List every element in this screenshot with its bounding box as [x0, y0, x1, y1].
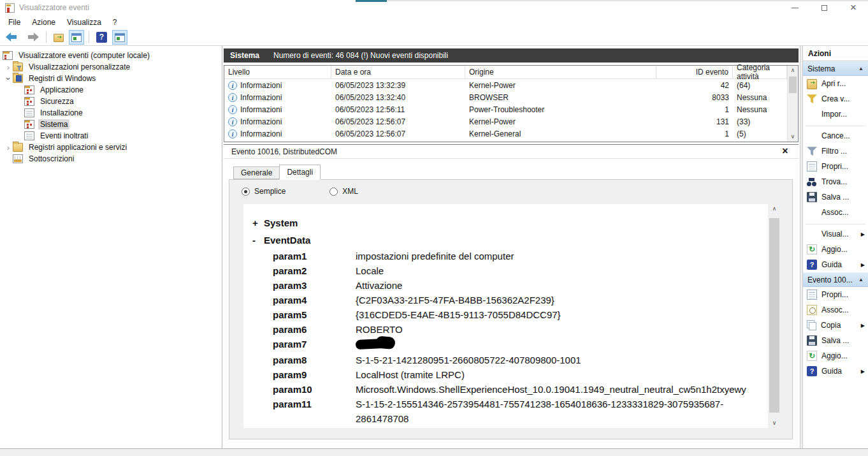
expander-expanded-icon[interactable]: [4, 74, 13, 84]
scroll-down-icon[interactable]: [768, 418, 781, 428]
restore-button[interactable]: [809, 0, 839, 15]
action-attach-task[interactable]: Assoc...: [803, 205, 868, 220]
console-tree-toggle-button[interactable]: [69, 30, 84, 45]
action-find[interactable]: Trova...: [803, 174, 868, 189]
plain-log-icon: [24, 108, 34, 117]
scrollbar-thumb[interactable]: [769, 218, 779, 413]
tree-item-security[interactable]: Sicurezza: [0, 96, 222, 107]
minimize-icon: [792, 8, 799, 8]
action-refresh[interactable]: Aggio...: [803, 242, 868, 257]
action-import-custom-view[interactable]: Impor...: [803, 107, 868, 122]
action-properties[interactable]: Propri...: [803, 159, 868, 174]
action-clear-log[interactable]: Cance...: [803, 128, 868, 143]
toolbar-separator: [89, 31, 89, 43]
event-log-icon: [24, 97, 34, 106]
actions-group-event[interactable]: Evento 100...: [803, 272, 868, 287]
scroll-up-icon[interactable]: [768, 204, 781, 214]
properties-icon: [807, 290, 817, 300]
action-event-save[interactable]: Salva ...: [803, 333, 868, 348]
action-open-saved-log[interactable]: Apri r...: [803, 76, 868, 91]
param-row-redacted: param7: [252, 337, 763, 353]
open-saved-log-button[interactable]: [51, 30, 66, 45]
param-row: param5 {316CDED5-E4AE-4B15-9113-7055D84D…: [252, 307, 763, 322]
menu-file[interactable]: File: [3, 17, 26, 28]
action-view[interactable]: Visual...: [803, 226, 868, 242]
minimize-button[interactable]: [780, 0, 809, 15]
event-row[interactable]: Informazioni 06/05/2023 13:32:40 BROWSER…: [224, 91, 798, 103]
column-header-datetime[interactable]: Data e ora: [331, 66, 465, 78]
menu-action[interactable]: Azione: [26, 17, 61, 28]
event-row[interactable]: Informazioni 06/05/2023 12:56:07 Kernel-…: [224, 115, 798, 128]
actions-pane: Azioni Sistema Apri r... Crea v... Impor…: [802, 46, 868, 448]
column-header-category[interactable]: Categoria attività: [733, 66, 787, 78]
action-pane-toggle-button[interactable]: [112, 30, 127, 45]
restore-icon: [821, 5, 827, 11]
help-button[interactable]: [94, 29, 110, 45]
information-icon: [228, 117, 237, 126]
action-create-custom-view[interactable]: Crea v...: [803, 91, 868, 107]
tree-item-root[interactable]: Visualizzatore eventi (computer locale): [0, 50, 222, 61]
node-system[interactable]: + System: [252, 214, 763, 232]
title-bar: Visualizzatore eventi: [0, 0, 868, 15]
back-arrow-icon: [6, 33, 18, 41]
tree-item-custom-views[interactable]: Visualizzazioni personalizzate: [0, 61, 222, 73]
action-event-refresh[interactable]: Aggio...: [803, 348, 868, 364]
submenu-arrow-icon: [861, 232, 868, 237]
action-save-all-events[interactable]: Salva ...: [803, 189, 868, 205]
action-event-attach-task[interactable]: Assoc...: [803, 302, 868, 318]
column-header-event-id[interactable]: ID evento: [656, 66, 733, 78]
help-icon: [807, 366, 817, 376]
top-gray-line: [387, 0, 868, 1]
event-list-scrollbar[interactable]: [787, 66, 798, 142]
window-controls: [780, 0, 868, 15]
event-row[interactable]: Informazioni 06/05/2023 12:56:11 Power-T…: [224, 103, 798, 115]
action-event-properties[interactable]: Propri...: [803, 287, 868, 302]
information-icon: [228, 129, 237, 138]
event-data-scrollbar[interactable]: [768, 204, 781, 428]
folder-icon: [13, 143, 23, 152]
collapse-icon[interactable]: [858, 66, 864, 71]
event-row[interactable]: Informazioni 06/05/2023 13:32:39 Kernel-…: [224, 79, 798, 91]
action-pane-icon: [115, 33, 125, 42]
information-icon: [228, 81, 237, 90]
close-button[interactable]: [839, 0, 868, 15]
action-help[interactable]: Guida: [803, 257, 868, 272]
scrollbar-thumb[interactable]: [789, 77, 797, 93]
forward-button[interactable]: [24, 30, 41, 44]
back-button[interactable]: [3, 30, 21, 44]
center-pane: Sistema Numero di eventi: 46 084 (!) Nuo…: [222, 46, 800, 448]
tree-item-subscriptions[interactable]: Sottoscrizioni: [0, 153, 222, 165]
submenu-arrow-icon: [861, 369, 868, 374]
task-clock-icon: [807, 305, 817, 315]
column-header-source[interactable]: Origine: [465, 66, 656, 78]
tree-item-setup[interactable]: Installazione: [0, 107, 222, 119]
tab-details[interactable]: Dettagli: [279, 165, 321, 180]
collapse-icon[interactable]: [858, 277, 864, 283]
close-event-detail-button[interactable]: [779, 145, 791, 157]
close-icon: [850, 1, 857, 14]
radio-xml-view[interactable]: XML: [329, 187, 358, 196]
tree-item-windows-logs[interactable]: Registri di Windows: [0, 73, 222, 84]
scroll-down-icon[interactable]: [788, 132, 798, 142]
tree-item-application[interactable]: Applicazione: [0, 84, 222, 96]
menu-bar: File Azione Visualizza ?: [0, 15, 868, 29]
action-event-copy[interactable]: Copia: [803, 318, 868, 333]
tree-item-forwarded-events[interactable]: Eventi inoltrati: [0, 130, 222, 142]
node-eventdata[interactable]: - EventData: [252, 232, 763, 249]
menu-help[interactable]: ?: [107, 17, 123, 28]
action-event-help[interactable]: Guida: [803, 364, 868, 379]
menu-view[interactable]: Visualizza: [61, 17, 107, 28]
action-filter-current-log[interactable]: Filtro ...: [803, 143, 868, 159]
event-row[interactable]: Informazioni 06/05/2023 12:56:07 Kernel-…: [224, 128, 798, 140]
console-tree-icon: [71, 33, 82, 42]
tree-item-app-services-logs[interactable]: Registri applicazioni e servizi: [0, 142, 222, 153]
expander-collapsed-icon[interactable]: [4, 143, 13, 152]
main-area: Visualizzatore eventi (computer locale) …: [0, 46, 868, 448]
tree-item-system[interactable]: Sistema: [0, 119, 222, 130]
column-header-level[interactable]: Livello: [224, 66, 331, 78]
expander-collapsed-icon[interactable]: [4, 63, 13, 72]
tab-general[interactable]: Generale: [233, 166, 280, 179]
actions-group-system[interactable]: Sistema: [803, 61, 868, 76]
radio-friendly-view[interactable]: Semplice: [242, 187, 286, 196]
scroll-up-icon[interactable]: [788, 66, 798, 75]
